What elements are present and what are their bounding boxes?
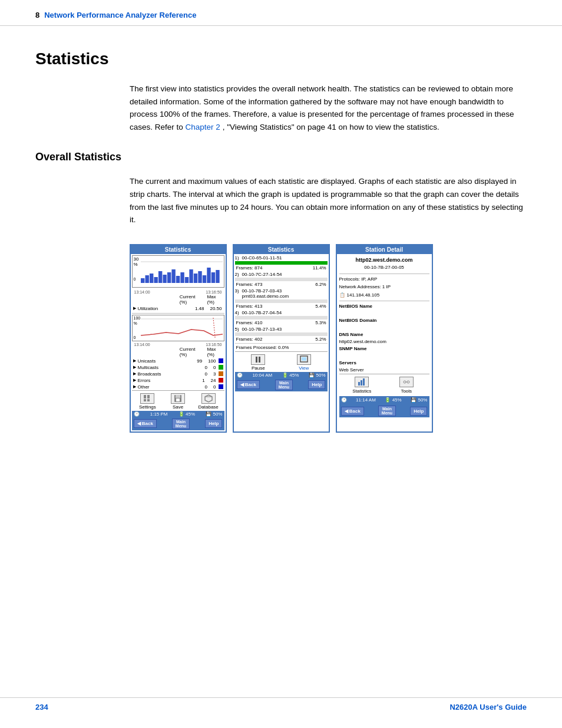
other-color [219,384,223,389]
station-item-5[interactable]: 5) 00-10-7B-27-13-43 Frames: 402 5.2% [235,327,328,342]
pause-button[interactable]: Pause [236,354,281,371]
detail-hostname: http02.west.demo.com [339,256,429,265]
settings-icon [140,393,154,404]
station3-name: prnt03.east.demo.com [235,294,328,299]
errors-max: 24 [211,378,216,383]
multicasts-label: Multicasts [138,365,159,370]
screen3-time: 11:14 AM [356,397,376,404]
screen3-main-menu-button[interactable]: Main Menu [378,406,396,416]
chapter-link[interactable]: Chapter 2 [186,123,220,131]
station2-frame-count: Frames: 473 [236,282,263,287]
graph1-time-end: 13:16:50 [206,290,222,294]
svg-rect-36 [363,378,365,386]
station2-bar [235,278,328,281]
station5-bar [235,332,328,336]
graph1-percent: % [134,262,138,267]
utilization-arrow: ▶ [133,306,136,311]
station1-bar [235,261,328,265]
station4-header: 4) 00-10-7B-27-04-54 [235,310,328,315]
unicasts-label: Unicasts [138,358,156,364]
detail-sep1 [339,274,429,274]
utilization-row[interactable]: ▶ Utilization 1.48 20.50 [132,305,224,312]
graph2-zero: 0 [134,335,136,340]
multicasts-max: 0 [213,365,216,370]
svg-rect-34 [358,382,360,386]
screen3-help-button[interactable]: Help [410,407,427,416]
stat-table-header: Current(%) Max(%) [132,294,224,305]
utilization-text: Utilization [138,306,158,311]
detail-netbios-domain-value [339,324,429,331]
svg-rect-21 [144,395,146,398]
view-button[interactable]: View [282,354,326,371]
station5-header: 5) 00-10-7B-27-13-43 [235,327,328,332]
station-item-4[interactable]: 4) 00-10-7B-27-04-54 Frames: 410 5.3% [235,310,328,325]
graph2-time-end: 13:16:50 [206,342,222,347]
svg-rect-22 [147,395,150,398]
pause-icon [251,354,265,365]
screen1-body: 30 % 0 [131,254,226,431]
station5-percent: 5.2% [315,337,326,342]
footer-guide-name: N2620A User's Guide [449,703,527,711]
broadcasts-current: 0 [205,371,207,377]
errors-row[interactable]: ▶ Errors 1 24 [132,377,224,384]
detail-snmp-label: SNMP Name [339,345,429,353]
unicasts-current: 99 [197,358,202,364]
screen1-statistics: Statistics 30 % 0 [130,244,227,433]
tools-label: Tools [401,388,412,395]
errors-color [219,378,223,383]
tools-button[interactable]: Tools [385,377,428,395]
detail-ip-icon: 📋 [339,292,345,299]
stat-table-header2: Current(%) Max(%) [132,347,224,357]
utilization-label: ▶ Utilization [133,306,186,311]
header-page-number: 8 [35,11,39,19]
station3-header: 3) 00-10-7B-27-03-43 [235,288,328,294]
station1-frame-count: Frames: 874 [236,265,263,271]
screen2-toolbar: Pause View [235,351,328,372]
graph1-top-label: 30 [134,256,139,262]
page-footer: 234 N2620A User's Guide [0,697,562,716]
station-item-1[interactable]: 1) 00-C0-65-01-11-51 Frames: 874 11.4% [235,255,328,271]
database-button[interactable]: Database [194,393,223,410]
detail-dns-value: http02.west.demo.com [339,338,429,345]
save-button[interactable]: Save [163,393,193,410]
statistics-icon [355,377,369,387]
broadcasts-label: Broadcasts [138,371,161,377]
unicasts-row[interactable]: ▶ Unicasts 99 100 [132,358,224,364]
graph2-svg [141,318,223,338]
utilization-values: 1.48 20.50 [187,306,222,311]
header-title: Network Performance Analyzer Reference [44,11,196,19]
svg-rect-27 [176,398,180,401]
broadcasts-row[interactable]: ▶ Broadcasts 0 3 [132,371,224,377]
screen3-back-button[interactable]: ◀ Back [341,407,364,416]
detail-snmp-value [339,353,429,360]
screen2-main-menu-button[interactable]: Main Menu [275,380,293,390]
screen3-memory: 💾 50% [411,397,427,404]
detail-servers-label: Servers [339,360,429,367]
errors-label: Errors [138,378,151,383]
svg-rect-23 [144,399,146,401]
screen1-memory: 💾 50% [206,411,222,417]
other-row[interactable]: ▶ Other 0 0 [132,384,224,390]
station-item-3[interactable]: 3) 00-10-7B-27-03-43 prnt03.east.demo.co… [235,288,328,309]
screen1-nav-bar: ◀ Back Main Menu Help [132,417,224,430]
station3-frame-count: Frames: 413 [236,304,263,309]
statistics-button[interactable]: Statistics [340,377,384,395]
station4-mac: 00-10-7B-27-04-54 [242,310,282,315]
svg-point-38 [407,381,409,383]
screen2-title: Statistics [234,245,329,254]
screen1-main-menu-button[interactable]: Main Menu [172,419,190,429]
screen1-help-button[interactable]: Help [205,419,222,428]
screen1-back-button[interactable]: ◀ Back [134,419,157,428]
svg-rect-1 [145,275,148,283]
screen2-help-button[interactable]: Help [308,380,325,389]
station-item-2[interactable]: 2) 00-10-7C-27-14-54 Frames: 473 6.2% [235,272,328,287]
col-max: Max(%) [207,294,216,305]
detail-network-addresses: Network Addresses: 1 IP [339,284,429,291]
settings-button[interactable]: Settings [133,393,163,410]
screen3-station-detail: Station Detail http02.west.demo.com 00-1… [336,244,433,433]
multicasts-row[interactable]: ▶ Multicasts 0 0 [132,364,224,371]
screen2-memory: 💾 50% [309,373,325,378]
svg-rect-24 [147,399,150,401]
svg-rect-35 [361,380,362,386]
screen2-back-button[interactable]: ◀ Back [237,380,260,389]
